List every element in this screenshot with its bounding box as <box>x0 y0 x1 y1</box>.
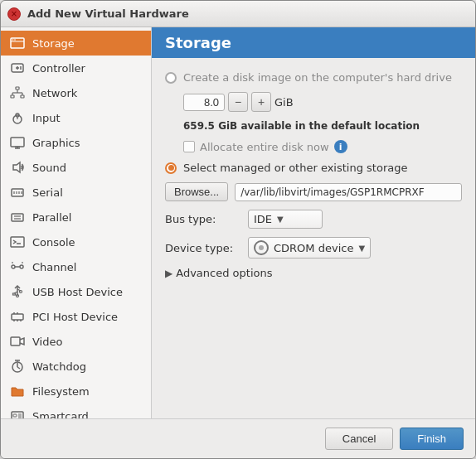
create-disk-row: Create a disk image on the computer's ha… <box>165 71 462 84</box>
svg-rect-44 <box>12 314 23 320</box>
sidebar-item-parallel[interactable]: Parallel <box>1 205 151 230</box>
controller-icon <box>9 60 26 76</box>
device-type-arrow-icon: ▼ <box>358 244 365 253</box>
svg-rect-57 <box>13 414 17 417</box>
advanced-arrow-icon: ▶ <box>165 268 172 279</box>
info-icon[interactable]: i <box>334 140 347 153</box>
sidebar-item-video[interactable]: Video <box>1 329 151 354</box>
size-decrease-button[interactable]: − <box>228 92 248 112</box>
svg-rect-32 <box>11 237 24 247</box>
cancel-button[interactable]: Cancel <box>325 428 393 450</box>
svg-point-8 <box>20 68 22 70</box>
storage-icon <box>9 35 26 51</box>
usb-host-device-icon <box>9 283 26 300</box>
svg-rect-50 <box>11 337 20 345</box>
sidebar-label-channel: Channel <box>32 261 76 273</box>
svg-rect-29 <box>12 214 23 221</box>
sidebar-item-watchdog[interactable]: Watchdog <box>1 354 151 379</box>
sidebar-item-input[interactable]: Input <box>1 105 151 130</box>
device-type-row: Device type: CDROM device ▼ <box>165 237 462 258</box>
sidebar-item-channel[interactable]: Channel <box>1 254 151 279</box>
svg-rect-10 <box>11 95 14 98</box>
sidebar-label-parallel: Parallel <box>32 211 71 224</box>
main-panel: Storage Create a disk image on the compu… <box>152 27 475 418</box>
path-field[interactable]: /var/lib/libvirt/images/GSP1RMCPRXF <box>235 183 462 201</box>
sidebar-label-console: Console <box>32 236 75 249</box>
cdrom-inner <box>259 245 264 250</box>
watchdog-icon <box>9 358 26 374</box>
sidebar-label-serial: Serial <box>32 186 63 199</box>
finish-button[interactable]: Finish <box>400 428 464 450</box>
sidebar-label-smartcard: Smartcard <box>32 410 89 419</box>
svg-rect-42 <box>13 293 16 295</box>
select-storage-radio[interactable] <box>165 162 177 174</box>
filesystem-icon <box>9 383 26 399</box>
main-body: Create a disk image on the computer's ha… <box>152 58 475 418</box>
sidebar-item-storage[interactable]: Storage <box>1 31 151 56</box>
svg-marker-23 <box>13 162 20 172</box>
sidebar-item-graphics[interactable]: Graphics <box>1 130 151 155</box>
channel-icon <box>9 258 26 275</box>
sidebar-item-sound[interactable]: Sound <box>1 155 151 180</box>
device-type-inner: CDROM device <box>254 240 353 255</box>
sidebar: Storage Controller Network Input <box>1 27 152 418</box>
sidebar-item-pci-host-device[interactable]: PCI Host Device <box>1 304 151 329</box>
sidebar-label-graphics: Graphics <box>32 137 80 149</box>
sidebar-label-storage: Storage <box>32 37 75 50</box>
parallel-icon <box>9 209 26 225</box>
browse-button[interactable]: Browse... <box>165 182 228 201</box>
cdrom-icon <box>254 240 269 255</box>
svg-point-2 <box>12 39 14 41</box>
create-disk-radio[interactable] <box>165 72 177 84</box>
sidebar-item-smartcard[interactable]: Smartcard <box>1 403 151 418</box>
device-type-select[interactable]: CDROM device ▼ <box>248 237 371 258</box>
size-increase-button[interactable]: + <box>251 92 271 112</box>
input-icon <box>9 109 26 126</box>
sidebar-label-controller: Controller <box>32 62 85 75</box>
sidebar-label-sound: Sound <box>32 162 66 174</box>
sidebar-item-console[interactable]: Console <box>1 230 151 254</box>
svg-line-53 <box>17 367 20 369</box>
content-area: Storage Controller Network Input <box>1 27 475 418</box>
select-storage-row: Select managed or other existing storage <box>165 162 462 174</box>
bus-type-label: Bus type: <box>165 213 240 225</box>
svg-point-7 <box>20 66 22 68</box>
browse-path-row: Browse... /var/lib/libvirt/images/GSP1RM… <box>165 182 462 201</box>
svg-rect-19 <box>11 138 24 147</box>
sidebar-item-filesystem[interactable]: Filesystem <box>1 379 151 403</box>
bus-type-select[interactable]: IDE ▼ <box>248 210 323 229</box>
bus-type-arrow-icon: ▼ <box>277 215 284 224</box>
advanced-label: Advanced options <box>176 267 272 279</box>
smartcard-icon <box>9 408 26 418</box>
window: × Add New Virtual Hardware Storage Contr… <box>0 0 476 459</box>
svg-point-40 <box>20 291 22 293</box>
sidebar-label-input: Input <box>32 112 61 124</box>
device-type-value: CDROM device <box>274 242 353 254</box>
bus-type-value: IDE <box>254 213 272 225</box>
advanced-options-row[interactable]: ▶ Advanced options <box>165 267 462 279</box>
svg-rect-9 <box>16 87 19 89</box>
sidebar-label-network: Network <box>32 87 77 99</box>
create-disk-label: Create a disk image on the computer's ha… <box>183 71 452 84</box>
close-button[interactable]: × <box>7 7 21 21</box>
window-title: Add New Virtual Hardware <box>27 7 189 20</box>
sidebar-item-serial[interactable]: Serial <box>1 180 151 205</box>
allocate-checkbox[interactable] <box>183 141 195 152</box>
sidebar-label-watchdog: Watchdog <box>32 360 86 373</box>
console-icon <box>9 234 26 250</box>
svg-point-35 <box>20 265 23 268</box>
disk-size-input[interactable] <box>183 94 225 111</box>
size-unit-label: GiB <box>274 96 294 109</box>
main-header: Storage <box>152 27 475 58</box>
graphics-icon <box>9 134 26 151</box>
sidebar-item-network[interactable]: Network <box>1 80 151 105</box>
footer: Cancel Finish <box>1 418 475 458</box>
bus-type-row: Bus type: IDE ▼ <box>165 210 462 229</box>
device-type-label: Device type: <box>165 242 240 254</box>
svg-point-34 <box>12 265 15 268</box>
sidebar-item-controller[interactable]: Controller <box>1 56 151 80</box>
sidebar-item-usb-host-device[interactable]: USB Host Device <box>1 279 151 304</box>
available-text: 659.5 GiB available in the default locat… <box>183 120 462 132</box>
sidebar-label-video: Video <box>32 336 62 348</box>
allocate-row: Allocate entire disk now i <box>183 140 462 153</box>
